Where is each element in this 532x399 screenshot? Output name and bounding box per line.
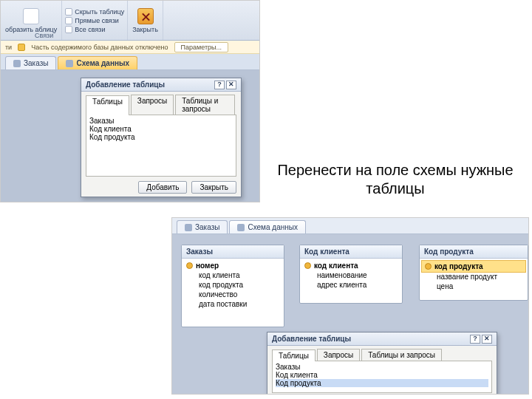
table-field[interactable]: количество	[186, 290, 279, 299]
list-item[interactable]: Код клиента	[276, 371, 488, 379]
schema-canvas-b[interactable]: Заказы номер код клиента код продукта ко…	[172, 234, 528, 394]
table-title[interactable]: Код клиента	[300, 245, 402, 259]
table-icon	[23, 8, 39, 24]
table-window-product[interactable]: Код продукта код продукта название проду…	[419, 245, 528, 301]
ribbon-close-button[interactable]: Закрыть	[128, 1, 163, 40]
add-table-dialog-b: Добавление таблицы ? ✕ Таблицы Запросы Т…	[267, 332, 497, 395]
primary-key-icon	[425, 263, 432, 270]
dialog-tabs: Таблицы Запросы Таблицы и запросы	[267, 346, 497, 361]
ribbon-all-links[interactable]: Все связи	[65, 26, 124, 33]
primary-key-icon	[186, 262, 193, 269]
tab-schema-b[interactable]: Схема данных	[229, 220, 306, 233]
primary-key-icon	[304, 262, 311, 269]
schema-icon	[66, 60, 73, 67]
dialog-list-a[interactable]: Заказы Код клиента Код продукта	[86, 115, 236, 177]
ribbon-small-group: Скрыть таблицу Прямые связи Все связи	[62, 1, 128, 40]
table-field-selected[interactable]: код продукта	[421, 260, 526, 273]
hide-table-icon	[65, 8, 72, 16]
close-icon	[137, 8, 154, 24]
dialog-list-b[interactable]: Заказы Код клиента Код продукта	[272, 361, 492, 393]
dialog-tab-tables[interactable]: Таблицы	[272, 349, 316, 361]
document-tabstrip: Заказы Схема данных	[1, 54, 259, 70]
dialog-help-button[interactable]: ?	[214, 81, 225, 89]
document-tabstrip-b: Заказы Схема данных	[172, 218, 528, 234]
table-field[interactable]: наименование	[304, 270, 398, 280]
ribbon-close-label: Закрыть	[132, 26, 158, 33]
schema-canvas-a[interactable]: Добавление таблицы ? ✕ Таблицы Запросы Т…	[1, 70, 259, 202]
dialog-tab-tables[interactable]: Таблицы	[86, 95, 129, 115]
table-fields: код клиента наименование адрес клиента	[300, 259, 402, 292]
list-item-selected[interactable]: Код продукта	[276, 379, 488, 387]
all-links-icon	[65, 26, 72, 33]
table-field[interactable]: код продукта	[186, 280, 279, 290]
dialog-tab-queries[interactable]: Запросы	[317, 349, 360, 361]
security-message: Часть содержимого базы данных отключено	[31, 44, 168, 51]
ribbon-hide-table[interactable]: Скрыть таблицу	[65, 8, 124, 16]
tab-orders-b[interactable]: Заказы	[177, 220, 228, 233]
tab-schema[interactable]: Схема данных	[58, 56, 137, 69]
warning-icon	[18, 44, 25, 51]
security-prefix: ти	[5, 44, 12, 51]
ribbon-group-label: Связи	[35, 32, 53, 39]
slide-caption: Перенести на поле схемы нужные таблицы	[266, 161, 525, 198]
dialog-tabs: Таблицы Запросы Таблицы и запросы	[81, 92, 241, 115]
table-window-client[interactable]: Код клиента код клиента наименование адр…	[299, 245, 403, 304]
table-field[interactable]: название продукт	[424, 272, 523, 282]
dialog-help-button[interactable]: ?	[470, 335, 480, 344]
table-fields: код продукта название продукт цена	[420, 259, 528, 293]
dialog-tab-both[interactable]: Таблицы и запросы	[175, 95, 235, 115]
table-field[interactable]: цена	[424, 282, 523, 291]
schema-icon	[237, 224, 245, 231]
dialog-title: Добавление таблицы	[272, 335, 351, 343]
dialog-title: Добавление таблицы	[86, 81, 165, 89]
table-field[interactable]: дата поставки	[186, 299, 279, 309]
dialog-close-button[interactable]: ✕	[482, 335, 492, 344]
direct-links-icon	[65, 17, 72, 24]
table-title[interactable]: Заказы	[182, 245, 284, 259]
add-table-dialog-a: Добавление таблицы ? ✕ Таблицы Запросы Т…	[81, 78, 242, 197]
dialog-tab-queries[interactable]: Запросы	[131, 95, 174, 115]
screenshot-top: образить аблицу Скрыть таблицу Прямые св…	[0, 0, 260, 202]
dialog-close-button[interactable]: ✕	[226, 81, 236, 89]
dialog-title-bar[interactable]: Добавление таблицы ? ✕	[267, 332, 497, 346]
table-field[interactable]: код клиента	[186, 270, 279, 280]
table-field[interactable]: адрес клиента	[304, 280, 398, 290]
table-fields: номер код клиента код продукта количеств…	[182, 259, 284, 311]
list-item[interactable]: Заказы	[89, 117, 233, 125]
ribbon-direct-links[interactable]: Прямые связи	[65, 17, 124, 24]
security-warning-bar: ти Часть содержимого базы данных отключе…	[1, 41, 259, 54]
dialog-tab-both[interactable]: Таблицы и запросы	[361, 349, 442, 361]
tab-orders[interactable]: Заказы	[5, 56, 56, 69]
table-title[interactable]: Код продукта	[420, 245, 528, 259]
list-item[interactable]: Код продукта	[89, 133, 233, 141]
table-field[interactable]: код клиента	[304, 261, 398, 270]
table-icon	[185, 224, 192, 231]
security-params-button[interactable]: Параметры...	[174, 42, 228, 52]
screenshot-bottom: Заказы Схема данных Заказы номер код кли…	[171, 217, 529, 395]
table-icon	[13, 60, 21, 67]
close-button[interactable]: Закрыть	[191, 181, 236, 194]
dialog-button-row: Добавить Закрыть	[81, 181, 241, 198]
add-button[interactable]: Добавить	[138, 181, 187, 194]
list-item[interactable]: Заказы	[276, 363, 488, 371]
table-window-orders[interactable]: Заказы номер код клиента код продукта ко…	[181, 245, 284, 327]
list-item[interactable]: Код клиента	[89, 125, 233, 133]
ribbon: образить аблицу Скрыть таблицу Прямые св…	[1, 1, 259, 41]
dialog-title-bar[interactable]: Добавление таблицы ? ✕	[81, 78, 241, 92]
table-field[interactable]: номер	[186, 261, 279, 270]
